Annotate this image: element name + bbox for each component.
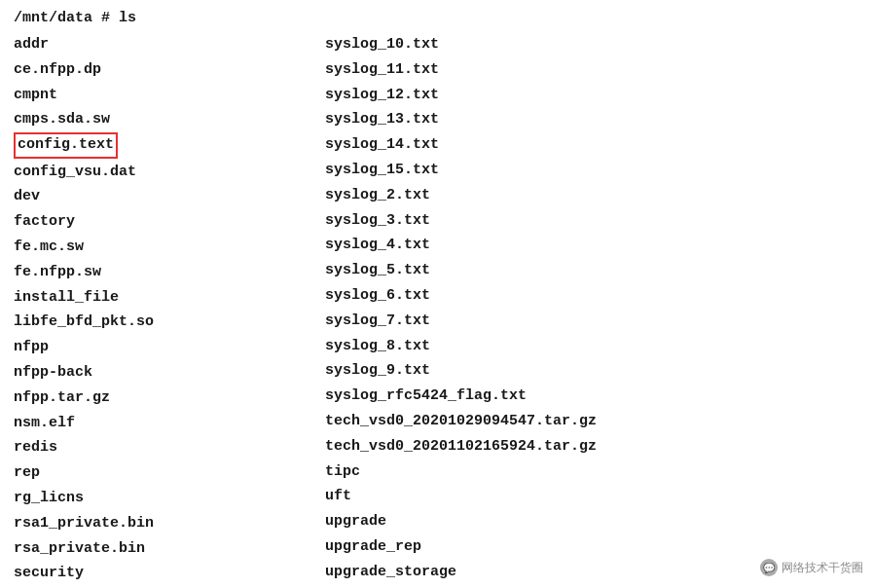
list-item: syslog_2.txt [325, 183, 859, 208]
list-item: install_file [14, 285, 325, 311]
list-item: uft [325, 484, 859, 509]
list-item: addr [14, 32, 325, 57]
list-item: config.text [14, 132, 118, 159]
list-item: upgrade [325, 509, 859, 534]
list-item: libfe_bfd_pkt.so [14, 310, 325, 335]
list-item: syslog_11.txt [325, 57, 859, 83]
list-item: nsm.elf [14, 411, 325, 436]
file-list-left: addrce.nfpp.dpcmpntcmps.sda.swconfig.tex… [14, 32, 325, 588]
list-item: security [14, 561, 325, 586]
list-item: config_vsu.dat [14, 160, 325, 185]
list-item: nfpp [14, 335, 325, 360]
list-item: fe.mc.sw [14, 235, 325, 260]
list-item: rsa1_private.bin [14, 511, 325, 536]
list-item: tech_vsd0_20201029094547.tar.gz [325, 409, 859, 434]
list-item: syslog_14.txt [325, 132, 859, 158]
list-item: syslog_7.txt [325, 309, 859, 334]
file-list-right: syslog_10.txtsyslog_11.txtsyslog_12.txts… [325, 32, 859, 588]
list-item: tipc [325, 459, 859, 485]
list-item: dev [14, 184, 325, 209]
list-item: syslog_8.txt [325, 334, 859, 359]
list-item: rep [14, 460, 325, 486]
terminal-container: /mnt/data # ls addrce.nfpp.dpcmpntcmps.s… [14, 10, 859, 588]
list-item: fe.nfpp.sw [14, 260, 325, 285]
watermark-icon: 💬 [760, 559, 778, 576]
list-item: rg_licns [14, 486, 325, 511]
list-item: syslog_4.txt [325, 233, 859, 258]
list-item: factory [14, 209, 325, 235]
list-item: cmps.sda.sw [14, 107, 325, 132]
list-item: nfpp.tar.gz [14, 386, 325, 411]
command-line: /mnt/data # ls [14, 10, 859, 26]
list-item: syslog_13.txt [325, 107, 859, 132]
list-item: syslog_12.txt [325, 83, 859, 108]
list-item: syslog_3.txt [325, 208, 859, 234]
watermark-text: 网络技术干货圈 [782, 560, 863, 576]
list-item: syslog_9.txt [325, 358, 859, 384]
list-item: syslog_6.txt [325, 283, 859, 309]
list-item: nfpp-back [14, 360, 325, 386]
list-item: cmpnt [14, 83, 325, 108]
list-item: redis [14, 435, 325, 460]
list-item: tech_vsd0_20201102165924.tar.gz [325, 434, 859, 459]
list-item: syslog_rfc5424_flag.txt [325, 384, 859, 409]
list-item: syslog_5.txt [325, 258, 859, 283]
watermark: 💬 网络技术干货圈 [760, 559, 863, 576]
list-item: ce.nfpp.dp [14, 57, 325, 83]
list-item: syslog_15.txt [325, 158, 859, 183]
list-item: rsa_private.bin [14, 536, 325, 562]
list-item: syslog_10.txt [325, 32, 859, 57]
list-item: upgrade_rep [325, 534, 859, 560]
list-item: var [325, 585, 859, 588]
file-list: addrce.nfpp.dpcmpntcmps.sda.swconfig.tex… [14, 32, 859, 588]
